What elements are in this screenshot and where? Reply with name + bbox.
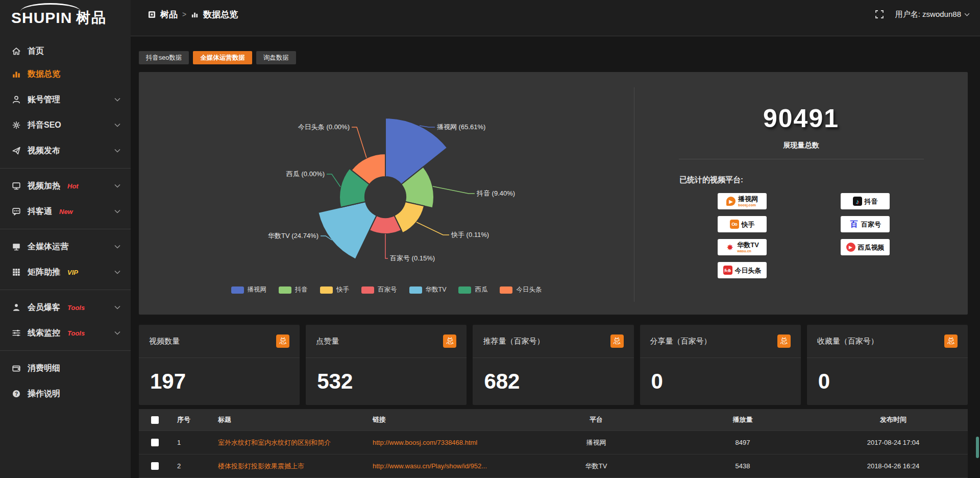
sidebar-item-label: 视频加热 [28,181,60,192]
wallet-icon [12,364,21,373]
total-badge: 总 [610,334,624,348]
sidebar-item-视频加热[interactable]: 视频加热Hot [0,173,131,199]
sidebar-item-label: 矩阵助推 [28,267,60,278]
sidebar-divider [0,168,131,169]
app-logo: SHUPIN 树品 [0,0,131,36]
sidebar-item-抖客通[interactable]: 抖客通New [0,199,131,224]
stat-card-value: 532 [306,358,467,394]
chart-legend: 播视网抖音快手百家号华数TV西瓜今日头条 [139,285,634,294]
column-header-time: 发布时间 [819,415,968,424]
kuaishou-logo: Oo [730,220,739,229]
pie-label-快手: 快手 (0.11%) [451,231,489,238]
stat-card-label: 收藏量（百家号） [817,337,878,346]
sidebar-item-矩阵助推[interactable]: 矩阵助推VIP [0,259,131,285]
sidebar: SHUPIN 树品 首页数据总览账号管理抖音SEO视频发布视频加热Hot抖客通N… [0,0,131,478]
table-header-row: 序号 标题 链接 平台 播放量 发布时间 [139,409,968,431]
row-time: 2017-08-24 17:04 [819,439,968,446]
user-menu[interactable]: 用户名: zswodun88 [895,10,970,19]
sidebar-divider [0,290,131,290]
stat-card-label: 视频数量 [149,337,180,346]
sidebar-item-抖音SEO[interactable]: 抖音SEO [0,112,131,138]
table-row: 2 楼体投影灯投影效果震撼上市 http://www.wasu.cn/Play/… [139,454,968,477]
sidebar-item-线索监控[interactable]: 线索监控Tools [0,320,131,346]
legend-label: 华数TV [426,285,447,294]
chevron-down-icon [114,184,120,188]
row-title-link[interactable]: 室外水纹灯和室内水纹灯的区别和简介 [212,438,366,447]
video-table: 序号 标题 链接 平台 播放量 发布时间 1 室外水纹灯和室内水纹灯的区别和简介… [139,409,968,478]
stat-card-分享量（百家号）: 分享量（百家号） 总 0 [640,325,801,405]
sidebar-item-tag: Hot [67,182,79,190]
row-url-link[interactable]: http://www.boosj.com/7338468.html [366,439,526,446]
platform-badge-百家号: 百百家号 [841,216,890,232]
select-all-checkbox[interactable] [151,416,159,424]
legend-chip [409,286,422,294]
table-row: 1 室外水纹灯和室内水纹灯的区别和简介 http://www.boosj.com… [139,431,968,454]
breadcrumb-root[interactable]: 树品 [160,9,178,20]
legend-chip [458,286,471,294]
chevron-down-icon [114,331,120,335]
sidebar-divider [0,229,131,229]
pie-label-抖音: 抖音 (9.40%) [476,189,515,197]
sidebar-item-账号管理[interactable]: 账号管理 [0,87,131,112]
app-mark-icon [148,11,156,18]
pie-label-华数TV: 华数TV (24.74%) [268,232,318,240]
svg-text:?: ? [15,391,18,397]
pie-label-百家号: 百家号 (0.15%) [390,254,435,262]
scrollbar-thumb[interactable] [976,437,979,458]
tab-全媒体运营数据[interactable]: 全媒体运营数据 [193,51,252,64]
total-badge: 总 [777,334,791,348]
chart-panel: 播视网 (65.61%)抖音 (9.40%)快手 (0.11%)百家号 (0.1… [139,72,968,315]
tab-抖音seo数据[interactable]: 抖音seo数据 [139,51,189,64]
legend-item-播视网[interactable]: 播视网 [231,285,267,294]
column-header-index: 序号 [171,415,212,424]
pie-label-播视网: 播视网 (65.61%) [437,123,485,131]
sidebar-item-视频发布[interactable]: 视频发布 [0,138,131,163]
legend-item-抖音[interactable]: 抖音 [279,285,308,294]
sidebar-item-数据总览[interactable]: 数据总览 [0,61,131,87]
sidebar-item-label: 全媒体运营 [28,242,68,252]
boosj-logo: ▶ [726,197,736,206]
question-icon: ? [12,389,21,398]
row-checkbox[interactable] [151,439,159,446]
summary-section: 90491 展现量总数 已统计的视频平台: ▶播视网boosj.com♪抖音Oo… [634,87,968,302]
legend-item-快手[interactable]: 快手 [320,285,349,294]
platform-name: 华数TV [737,242,759,248]
chevron-down-icon [114,305,120,309]
legend-item-百家号[interactable]: 百家号 [361,285,397,294]
data-tabs: 抖音seo数据全媒体运营数据询盘数据 [139,51,968,64]
sidebar-item-会员爆客[interactable]: 会员爆客Tools [0,295,131,320]
legend-label: 快手 [336,285,349,294]
gear-icon [12,121,21,130]
grid-icon [12,268,21,277]
sidebar-item-消费明细[interactable]: 消费明细 [0,355,131,381]
chevron-down-icon [114,209,120,213]
stat-card-视频数量: 视频数量 总 197 [139,325,300,405]
platform-badge-快手: Oo快手 [718,216,767,232]
row-checkbox[interactable] [151,462,159,470]
topbar: 树品 > 数据总览 用户名: zswodun88 [131,0,980,36]
legend-label: 西瓜 [475,285,487,294]
pie-label-西瓜: 西瓜 (0.00%) [286,170,325,178]
row-platform: 播视网 [526,438,667,447]
sidebar-item-全媒体运营[interactable]: 全媒体运营 [0,234,131,259]
platform-badge-今日头条: 头条今日头条 [718,262,767,278]
column-header-platform: 平台 [526,415,667,424]
fullscreen-icon[interactable] [875,10,884,19]
sidebar-item-label: 抖音SEO [28,120,61,131]
legend-item-西瓜[interactable]: 西瓜 [458,285,487,294]
total-badge: 总 [276,334,289,348]
baijiahao-logo: 百 [849,220,859,229]
legend-item-今日头条[interactable]: 今日头条 [500,285,542,294]
sidebar-item-label: 视频发布 [28,146,60,156]
tab-询盘数据[interactable]: 询盘数据 [256,51,296,64]
pie-slice-华数TV[interactable] [318,202,376,259]
legend-label: 百家号 [378,285,397,294]
legend-item-华数TV[interactable]: 华数TV [409,285,447,294]
legend-label: 抖音 [295,285,308,294]
platform-name: 百家号 [861,221,881,228]
row-title-link[interactable]: 楼体投影灯投影效果震撼上市 [212,462,366,471]
row-url-link[interactable]: http://www.wasu.cn/Play/show/id/952... [366,462,526,470]
sidebar-item-首页[interactable]: 首页 [0,41,131,61]
sidebar-item-操作说明[interactable]: ?操作说明 [0,381,131,407]
breadcrumb-separator: > [182,10,186,18]
